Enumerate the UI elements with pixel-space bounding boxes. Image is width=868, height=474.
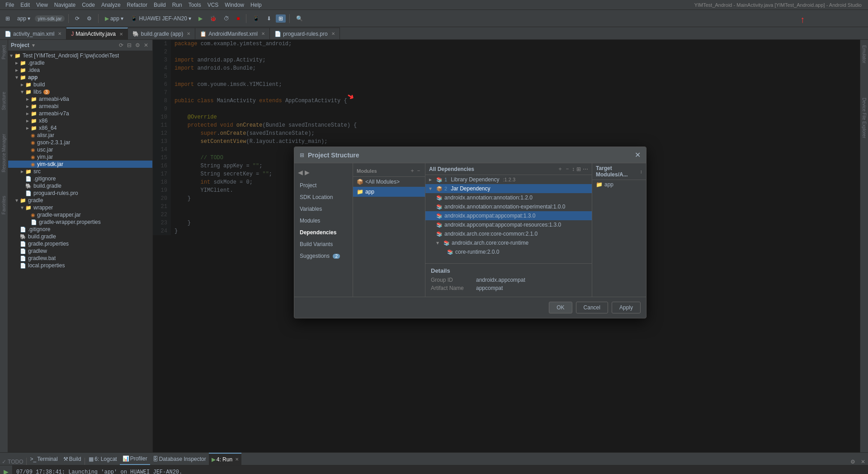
bottom-tab-database[interactable]: 🗄 Database Inspector [150,453,209,465]
tree-root[interactable]: ▾ 📁 Test [YIMTest_Android] F:\pwj\code\T… [8,52,152,59]
tab-close-mainactivity[interactable]: ✕ [119,32,123,37]
profile-btn[interactable]: ⏱ [221,14,232,23]
modal-ok-btn[interactable]: OK [549,302,572,313]
menu-build[interactable]: Build [151,1,169,9]
tree-gradle-wrapper-props[interactable]: ▸ 📄 gradle-wrapper.properties [8,218,152,226]
bottom-tab-terminal[interactable]: >_ Terminal [28,453,61,465]
tree-gradlew-bat[interactable]: ▸ 📄 gradlew.bat [8,255,152,262]
settings-btn[interactable]: ⚙ [84,14,94,23]
tree-gradlew[interactable]: ▸ 📄 gradlew [8,247,152,255]
modal-nav-project[interactable]: Project [294,180,353,191]
dep-library-dependency[interactable]: ▸ 📚 1 Library Dependency :1.2.3 [425,175,592,184]
run-rerun-btn[interactable]: ▶ [3,467,9,474]
tree-libs-folder[interactable]: ▾ 📁 libs 3 [8,88,152,95]
tab-close-build-gradle[interactable]: ✕ [187,31,190,36]
tree-yim-jar[interactable]: ▸ ◉ yim.jar [8,153,152,161]
modal-cancel-btn[interactable]: Cancel [576,302,608,313]
tree-gradle-props[interactable]: ▸ 📄 gradle.properties [8,240,152,247]
bottom-tab-todo[interactable]: ✓ TODO [2,459,24,465]
tree-idea-folder[interactable]: ▸ 📁 .idea [8,66,152,74]
tree-gitignore-root[interactable]: ▸ 📄 .gitignore [8,226,152,233]
tree-alisr-jar[interactable]: ▸ ◉ alisr.jar [8,132,152,139]
tree-wrapper-folder[interactable]: ▾ 📁 wrapper [8,204,152,211]
bottom-settings-btn[interactable]: ⚙ [848,459,858,465]
menu-view[interactable]: View [33,1,51,9]
bottom-tab-logcat[interactable]: ▦ 6: Logcat [86,453,119,465]
sidebar-resource-label[interactable]: Resource Manager [0,132,7,174]
menu-vcs[interactable]: VCS [205,1,222,9]
modal-nav-modules[interactable]: Modules [294,215,353,227]
modal-nav-suggestions[interactable]: Suggestions 2 [294,250,353,262]
modal-close-btn[interactable]: ✕ [635,151,641,159]
sidebar-structure-label[interactable]: Structure [0,90,7,112]
modal-nav-sdk-location[interactable]: SDK Location [294,191,353,203]
modal-back-btn[interactable]: ◀ [298,169,303,176]
menu-analyze[interactable]: Analyze [99,1,123,9]
tree-build-folder[interactable]: ▸ 📁 build [8,81,152,88]
modal-nav-variables[interactable]: Variables [294,203,353,215]
tree-yim-sdk-jar[interactable]: ▸ ◉ yim-sdk.jar [8,161,152,168]
avd-btn[interactable]: 📱 [250,14,262,23]
app-config-btn[interactable]: app ▾ [14,14,33,23]
modules-add-btn[interactable]: ＋ [410,167,415,175]
project-dropdown[interactable]: ▾ [32,43,35,48]
tree-x86[interactable]: ▸ 📁 x86 [8,117,152,124]
dep-appcompat-resources[interactable]: 📚 androidx.appcompat:appcompat-resources… [425,220,592,229]
run-config-btn[interactable]: ▶ app ▾ [102,14,127,23]
menu-navigate[interactable]: Navigate [52,1,78,9]
tree-local-props[interactable]: ▸ 📄 local.properties [8,262,152,269]
tab-activity-main-xml[interactable]: 📄 activity_main.xml ✕ [0,28,66,39]
tree-proguard-app[interactable]: ▸ 📄 proguard-rules.pro [8,190,152,197]
menu-tools[interactable]: Tools [186,1,204,9]
stop-btn[interactable]: ■ [234,14,242,23]
modal-forward-btn[interactable]: ▶ [305,169,310,176]
deps-more-btn[interactable]: ⋯ [583,165,588,173]
tab-close-manifest[interactable]: ✕ [261,31,265,36]
dep-core-runtime-parent[interactable]: ▾ 📚 androidx.arch.core:core-runtime [425,238,592,247]
modal-apply-btn[interactable]: Apply [612,302,641,313]
debug-btn[interactable]: 🐞 [207,14,219,23]
tree-gradle-folder-root[interactable]: ▾ 📁 gradle [8,197,152,204]
menu-refactor[interactable]: Refactor [124,1,150,9]
run-btn[interactable]: ▶ [196,14,205,23]
deps-add-btn[interactable]: ＋ [557,165,563,173]
menu-run[interactable]: Run [170,1,185,9]
tree-build-gradle-app[interactable]: ▸ 🐘 build.gradle [8,182,152,190]
run-tab-close[interactable]: ✕ [235,457,239,462]
module-all-modules[interactable]: 📦 <All Modules> [353,177,425,187]
menu-help[interactable]: Help [248,1,264,9]
panel-collapse-btn[interactable]: ⊟ [126,42,133,49]
sidebar-emulator-label[interactable]: Emulator [861,43,868,65]
tree-gson-jar[interactable]: ▸ ◉ gson-2.3.1.jar [8,139,152,146]
target-sort-btn[interactable]: ↕ [640,169,643,174]
modal-nav-build-variants[interactable]: Build Variants [294,238,353,250]
tree-usc-jar[interactable]: ▸ ◉ usc.jar [8,146,152,153]
bottom-tab-profiler[interactable]: 📊 Profiler [120,453,150,465]
tab-close-activity-main[interactable]: ✕ [58,31,61,36]
menu-window[interactable]: Window [222,1,247,9]
tree-armeabi-v8a[interactable]: ▸ 📁 armeabi-v8a [8,95,152,103]
sidebar-project-label[interactable]: Project [0,43,7,61]
tree-gradle-folder[interactable]: ▸ 📁 .gradle [8,59,152,66]
deps-remove-btn[interactable]: － [565,165,570,173]
dep-appcompat[interactable]: 📚 androidx.appcompat:appcompat:1.3.0 [425,211,592,220]
tree-build-gradle-root[interactable]: ▸ 🐘 build.gradle [8,233,152,240]
bottom-tab-build[interactable]: ⚒ Build [61,453,84,465]
dep-jar-dependency[interactable]: ▾ 📦 2 Jar Dependency [425,184,592,193]
tab-mainactivity-java[interactable]: J MainActivity.java ✕ [66,28,127,39]
sidebar-favorites-label[interactable]: Favorites [0,194,7,216]
bottom-tab-run[interactable]: ▶ 4: Run ✕ [209,453,241,465]
deps-sort-btn[interactable]: ↕ [572,165,575,173]
tab-build-gradle-app[interactable]: 🐘 build.gradle (app) ✕ [128,28,195,39]
tree-armeabi[interactable]: ▸ 📁 armeabi [8,103,152,110]
tab-proguard[interactable]: 📄 proguard-rules.pro ✕ [270,28,340,39]
tab-android-manifest[interactable]: 📋 AndroidManifest.xml ✕ [195,28,270,39]
modules-remove-btn[interactable]: － [416,167,421,175]
dep-core-runtime-child[interactable]: 📚 core-runtime:2.0.0 [425,247,592,256]
project-nav-btn[interactable]: ⊞ [3,14,13,23]
tree-armeabi-v7a[interactable]: ▸ 📁 armeabi-v7a [8,110,152,117]
tree-x86-64[interactable]: ▸ 📁 x86_64 [8,124,152,132]
proj-structure-btn[interactable]: ⊞ [276,14,286,23]
tree-gradle-wrapper-jar[interactable]: ▸ ◉ gradle-wrapper.jar [8,211,152,218]
sidebar-device-explorer-label[interactable]: Device File Explorer [861,96,868,140]
